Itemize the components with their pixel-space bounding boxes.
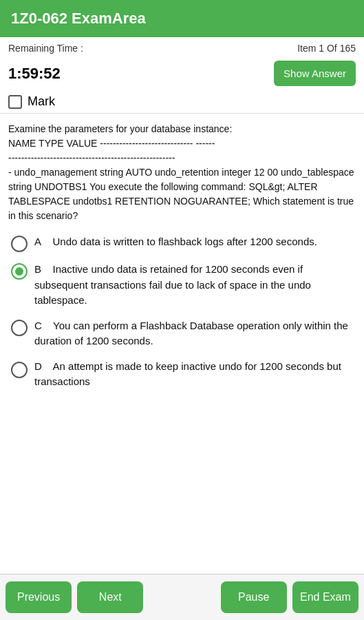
sub-header: Remaining Time : Item 1 Of 165 [0, 37, 364, 56]
timer-display: 1:59:52 [8, 61, 61, 83]
mark-checkbox[interactable] [8, 95, 22, 109]
mark-label: Mark [28, 94, 55, 109]
app-title: 1Z0-062 ExamArea [11, 10, 146, 27]
option-c-row[interactable]: C You can perform a Flashback Database o… [8, 318, 356, 349]
option-a-radio[interactable] [11, 236, 28, 252]
option-c-text: C You can perform a Flashback Database o… [34, 318, 353, 349]
bottom-nav: Previous Next Pause End Exam [0, 574, 364, 620]
question-area: Examine the parameters for your database… [0, 114, 364, 574]
option-b-radio[interactable] [11, 263, 28, 280]
option-a-text: A Undo data is written to flashback logs… [34, 234, 353, 250]
app-header: 1Z0-062 ExamArea [0, 0, 364, 37]
next-button[interactable]: Next [77, 581, 143, 613]
end-exam-button[interactable]: End Exam [292, 581, 358, 613]
nav-spacer [149, 581, 215, 613]
option-d-text: D An attempt is made to keep inactive un… [34, 359, 353, 390]
previous-button[interactable]: Previous [6, 581, 72, 613]
remaining-time-label: Remaining Time : [8, 43, 83, 54]
mark-row: Mark [0, 90, 364, 114]
option-a-row[interactable]: A Undo data is written to flashback logs… [8, 234, 356, 252]
item-counter: Item 1 Of 165 [297, 43, 356, 54]
question-text: Examine the parameters for your database… [8, 122, 356, 223]
show-answer-button[interactable]: Show Answer [274, 61, 356, 86]
option-b-row[interactable]: B Inactive undo data is retained for 120… [8, 262, 356, 309]
option-b-text: B Inactive undo data is retained for 120… [34, 262, 353, 309]
timer-row: 1:59:52 Show Answer [0, 56, 364, 90]
option-d-radio[interactable] [11, 362, 28, 378]
pause-button[interactable]: Pause [221, 581, 287, 613]
option-c-radio[interactable] [11, 320, 28, 336]
option-d-row[interactable]: D An attempt is made to keep inactive un… [8, 359, 356, 390]
